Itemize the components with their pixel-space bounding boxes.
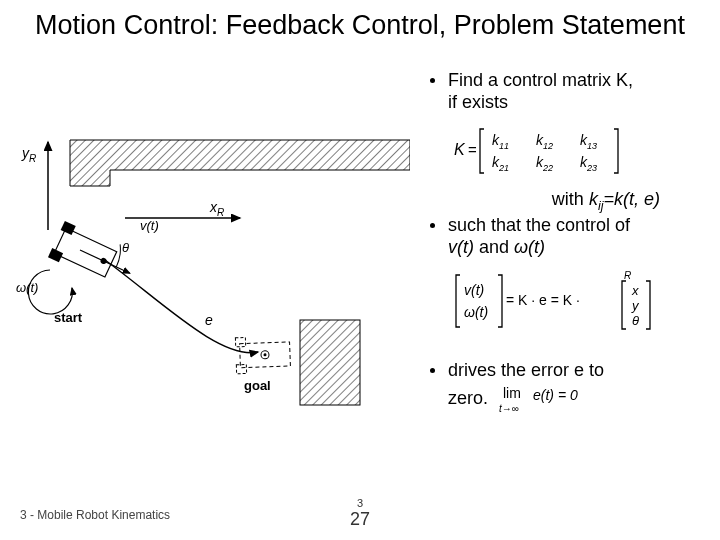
label-goal: goal <box>244 378 271 393</box>
bullet-dot-icon <box>430 368 435 373</box>
label-theta: θ <box>122 240 129 255</box>
svg-text:K: K <box>454 141 466 158</box>
svg-rect-1 <box>300 320 360 405</box>
bullet-2: such that the control of v(t) and ω(t) <box>430 215 700 258</box>
svg-text:e(t) = 0: e(t) = 0 <box>533 387 578 403</box>
bullet-dot-icon <box>430 223 435 228</box>
svg-text:k12: k12 <box>536 132 553 151</box>
label-vt: v(t) <box>140 218 159 233</box>
footer-center: 3 27 <box>350 497 370 530</box>
svg-text:=: = <box>468 141 477 158</box>
bullet-2-line1: such that the control of <box>448 215 630 235</box>
svg-text:= K · e = K ·: = K · e = K · <box>506 292 580 308</box>
svg-text:y: y <box>631 298 640 313</box>
svg-text:ω(t): ω(t) <box>464 304 488 320</box>
svg-text:k22: k22 <box>536 154 553 173</box>
label-xR: xR <box>209 199 224 218</box>
svg-text:θ: θ <box>632 313 639 328</box>
page-number: 27 <box>350 509 370 530</box>
label-start: start <box>54 310 83 325</box>
label-yR: yR <box>21 145 36 164</box>
svg-text:k23: k23 <box>580 154 597 173</box>
slide-content: yR xR v(t) θ ω(t) start e goa <box>0 70 720 500</box>
slide-title: Motion Control: Feedback Control, Proble… <box>0 0 720 41</box>
svg-rect-11 <box>236 364 246 373</box>
label-wt: ω(t) <box>16 280 38 295</box>
svg-rect-10 <box>235 337 245 346</box>
footer-left: 3 - Mobile Robot Kinematics <box>20 508 170 522</box>
svg-text:k13: k13 <box>580 132 597 151</box>
with-line: with kij=k(t, e) <box>430 189 700 214</box>
label-e: e <box>205 312 213 328</box>
control-equation: v(t) ω(t) = K · e = K · R x y θ <box>454 269 664 333</box>
svg-text:lim: lim <box>503 385 521 401</box>
bullet-1: Find a control matrix K, if exists <box>430 70 700 113</box>
svg-text:k11: k11 <box>492 132 509 151</box>
bullet-dot-icon <box>430 78 435 83</box>
bullet-1-line2: if exists <box>448 92 508 112</box>
svg-text:t→∞: t→∞ <box>499 403 519 414</box>
k-matrix: K = k11 k12 k13 k21 k22 k23 <box>454 125 624 177</box>
bullet-3-line2: zero. <box>448 388 488 408</box>
robot-diagram: yR xR v(t) θ ω(t) start e goa <box>10 130 410 410</box>
bullet-3-line1: drives the error e to <box>448 360 604 380</box>
svg-text:v(t): v(t) <box>464 282 484 298</box>
bullet-1-line1: Find a control matrix K, <box>448 70 633 90</box>
limit-equation: lim t→∞ e(t) = 0 <box>499 382 609 416</box>
svg-text:R: R <box>624 270 631 281</box>
right-column: Find a control matrix K, if exists K = k… <box>430 70 700 420</box>
footer-small-number: 3 <box>350 497 370 509</box>
svg-point-13 <box>263 353 266 356</box>
svg-rect-6 <box>48 248 63 262</box>
bullet-3: drives the error e to zero. lim t→∞ e(t)… <box>430 360 700 416</box>
svg-text:x: x <box>631 283 639 298</box>
svg-text:k21: k21 <box>492 154 509 173</box>
svg-rect-5 <box>61 221 76 235</box>
